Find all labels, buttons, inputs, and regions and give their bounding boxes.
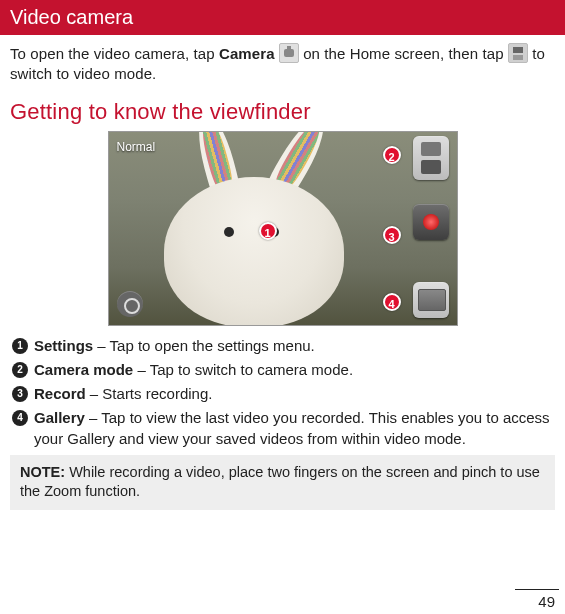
list-item: 2 Camera mode – Tap to switch to camera …: [12, 360, 555, 380]
intro-paragraph: To open the video camera, tap Camera on …: [10, 43, 555, 85]
list-item: 4 Gallery – Tap to view the last video y…: [12, 408, 555, 449]
camera-app-icon: [279, 43, 299, 63]
settings-gear-icon: [117, 291, 143, 317]
bullet-number: 3: [12, 386, 28, 402]
video-mode-switch-icon: [508, 43, 528, 63]
record-button: [413, 204, 449, 240]
callout-desc-4: – Tap to view the last video you recorde…: [34, 409, 550, 446]
bunny-plush-body: [164, 177, 344, 326]
callout-bold-3: Record: [34, 385, 86, 402]
callout-bold-1: Settings: [34, 337, 93, 354]
bullet-number: 1: [12, 338, 28, 354]
section-title: Video camera: [10, 6, 133, 28]
viewfinder-side-panel: [405, 132, 457, 325]
subheading-viewfinder: Getting to know the viewfinder: [10, 99, 555, 125]
gallery-thumbnail-button: [413, 282, 449, 318]
callout-text-2: Camera mode – Tap to switch to camera mo…: [34, 360, 353, 380]
callout-marker-3: 3: [383, 226, 401, 244]
callout-bold-2: Camera mode: [34, 361, 133, 378]
bullet-number: 2: [12, 362, 28, 378]
callout-desc-3: – Starts recording.: [86, 385, 213, 402]
page-number: 49: [538, 593, 555, 610]
callout-marker-2: 2: [383, 146, 401, 164]
camera-mode-switch-button: [413, 136, 449, 180]
callout-text-1: Settings – Tap to open the settings menu…: [34, 336, 315, 356]
note-box: NOTE: While recording a video, place two…: [10, 455, 555, 510]
bunny-eye-left: [224, 227, 234, 237]
note-text: While recording a video, place two finge…: [20, 464, 540, 500]
intro-part3: on the Home screen, then tap: [299, 45, 508, 62]
callout-desc-2: – Tap to switch to camera mode.: [133, 361, 353, 378]
callout-list: 1 Settings – Tap to open the settings me…: [10, 336, 555, 449]
list-item: 3 Record – Starts recording.: [12, 384, 555, 404]
bullet-number: 4: [12, 410, 28, 426]
callout-bold-4: Gallery: [34, 409, 85, 426]
section-header: Video camera: [0, 0, 565, 35]
callout-text-3: Record – Starts recording.: [34, 384, 212, 404]
callout-marker-4: 4: [383, 293, 401, 311]
callout-text-4: Gallery – Tap to view the last video you…: [34, 408, 555, 449]
list-item: 1 Settings – Tap to open the settings me…: [12, 336, 555, 356]
intro-bold-camera: Camera: [219, 45, 275, 62]
note-label: NOTE:: [20, 464, 65, 480]
viewfinder-screenshot: Normal 1 2 3 4: [108, 131, 458, 326]
callout-marker-1: 1: [259, 222, 277, 240]
viewfinder-mode-label: Normal: [117, 140, 156, 154]
callout-desc-1: – Tap to open the settings menu.: [93, 337, 315, 354]
intro-part1: To open the video camera, tap: [10, 45, 219, 62]
